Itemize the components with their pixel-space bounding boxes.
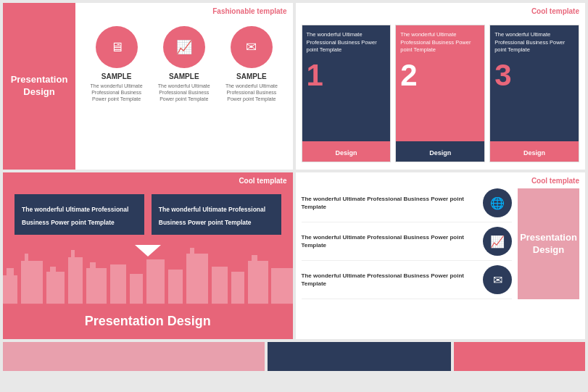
list-item-2: The wonderful Ultimate Professional Busi…	[302, 227, 513, 261]
svg-rect-8	[86, 268, 107, 304]
slide3-box1-text: The wonderful Ultimate Professional Busi…	[22, 206, 128, 226]
slide3-arrow	[3, 245, 293, 257]
item2-icon-circle: 📈	[483, 227, 512, 256]
circle-3: ✉	[231, 26, 273, 68]
chart-icon-2: 📈	[490, 235, 505, 249]
svg-rect-6	[68, 257, 83, 304]
slide2-cards: The wonderful Ultimate Professional Busi…	[302, 25, 580, 162]
card3-number: 3	[494, 60, 574, 91]
circle-label-1: SAMPLE	[102, 72, 132, 80]
svg-rect-10	[110, 264, 126, 304]
svg-rect-12	[146, 259, 165, 304]
card2-text: The wonderful Ultimate Professional Busi…	[400, 31, 480, 54]
slide3: Cool template	[3, 172, 293, 339]
card1-top: The wonderful Ultimate Professional Busi…	[302, 25, 391, 141]
monitor-icon: 🖥	[110, 40, 123, 55]
slide2-tag: Cool template	[531, 7, 579, 15]
mail-icon-2: ✉	[493, 273, 502, 287]
slide4-right-panel: Presentation Design	[518, 188, 579, 299]
svg-rect-20	[271, 268, 293, 304]
item3-text: The wonderful Ultimate Professional Busi…	[302, 272, 478, 288]
card2-bottom: Design	[396, 141, 484, 162]
slide4: Cool template The wonderful Ultimate Pro…	[296, 172, 586, 339]
item1-text: The wonderful Ultimate Professional Busi…	[302, 195, 478, 211]
svg-rect-9	[90, 262, 96, 268]
circle-1: 🖥	[96, 26, 138, 68]
circle-item-2: 📈 SAMPLE The wonderful Ultimate Professi…	[153, 26, 215, 102]
mail-icon: ✉	[246, 39, 257, 55]
slide1-tag: Fashionable template	[212, 7, 286, 15]
slide3-title: Presentation Design	[85, 314, 211, 328]
slide2-tag-bold: Cool	[531, 7, 547, 15]
slide3-box1: The wonderful Ultimate Professional Busi…	[15, 194, 144, 235]
chart-icon: 📈	[176, 39, 192, 55]
svg-rect-5	[50, 267, 56, 272]
card1-text: The wonderful Ultimate Professional Busi…	[307, 31, 386, 54]
card3-button: Design	[523, 149, 545, 157]
circle-label-2: SAMPLE	[169, 72, 199, 80]
globe-icon: 🌐	[490, 196, 505, 210]
card3-top: The wonderful Ultimate Professional Busi…	[490, 25, 579, 141]
card3-text: The wonderful Ultimate Professional Busi…	[494, 31, 574, 54]
card-3: The wonderful Ultimate Professional Busi…	[489, 25, 579, 162]
arrow-down-icon	[135, 245, 161, 257]
circle-2: 📈	[163, 26, 205, 68]
card2-number: 2	[400, 60, 480, 91]
bottom-seg-3	[454, 342, 585, 371]
slide1-right-panel: Fashionable template 🖥 SAMPLE The wonder…	[75, 3, 293, 170]
item2-text: The wonderful Ultimate Professional Busi…	[302, 233, 478, 249]
slide2: Cool template The wonderful Ultimate Pro…	[296, 3, 586, 170]
slide4-tag: Cool template	[531, 177, 579, 185]
slide4-list: The wonderful Ultimate Professional Busi…	[302, 188, 513, 299]
slide2-tag-normal: template	[547, 7, 579, 15]
bottom-bar	[3, 342, 585, 371]
circle-item-3: ✉ SAMPLE The wonderful Ultimate Professi…	[220, 26, 282, 102]
card1-button: Design	[335, 149, 357, 157]
slide1-left-panel: Presentation Design	[3, 3, 75, 170]
slide1-circles: 🖥 SAMPLE The wonderful Ultimate Professi…	[83, 26, 286, 102]
slide4-right-title: Presentation Design	[520, 232, 577, 257]
svg-rect-18	[248, 261, 268, 304]
svg-rect-2	[21, 261, 43, 304]
item1-icon-circle: 🌐	[483, 188, 512, 217]
card3-bottom: Design	[490, 141, 579, 162]
slide1-tag-normal: template	[255, 7, 287, 15]
card-2: The wonderful Ultimate Professional Busi…	[395, 25, 485, 162]
circle-item-1: 🖥 SAMPLE The wonderful Ultimate Professi…	[86, 26, 147, 102]
bottom-seg-2	[268, 342, 451, 371]
svg-rect-4	[46, 272, 65, 304]
slide1-tag-bold: Fashionable	[212, 7, 254, 15]
slide3-box2: The wonderful Ultimate Professional Busi…	[152, 194, 281, 235]
circle-desc-1: The wonderful Ultimate Professional Busi…	[86, 83, 147, 102]
slide3-boxes: The wonderful Ultimate Professional Busi…	[3, 172, 293, 242]
slide4-tag-normal: template	[547, 177, 579, 185]
card1-number: 1	[307, 60, 386, 91]
slide3-title-bar: Presentation Design	[3, 304, 293, 339]
circle-label-3: SAMPLE	[236, 72, 267, 80]
svg-rect-14	[186, 254, 208, 304]
svg-rect-16	[212, 267, 228, 304]
slide1-title: Presentation Design	[10, 74, 68, 99]
main-grid: Presentation Design Fashionable template…	[0, 0, 588, 392]
slide4-tag-bold: Cool	[531, 177, 547, 185]
slide4-content: The wonderful Ultimate Professional Busi…	[302, 188, 580, 299]
list-item-1: The wonderful Ultimate Professional Busi…	[302, 188, 513, 222]
slide3-box2-text: The wonderful Ultimate Professional Busi…	[159, 206, 265, 226]
svg-rect-17	[231, 272, 244, 304]
svg-rect-1	[7, 268, 14, 275]
circle-desc-2: The wonderful Ultimate Professional Busi…	[153, 83, 215, 102]
svg-rect-11	[130, 274, 143, 304]
card1-bottom: Design	[302, 141, 391, 162]
svg-rect-0	[3, 275, 17, 304]
item3-icon-circle: ✉	[483, 265, 512, 294]
card-1: The wonderful Ultimate Professional Busi…	[302, 25, 392, 162]
card2-top: The wonderful Ultimate Professional Busi…	[396, 25, 484, 141]
card2-button: Design	[429, 149, 451, 157]
bottom-seg-1	[3, 342, 265, 371]
circle-desc-3: The wonderful Ultimate Professional Busi…	[220, 83, 282, 102]
slide1: Presentation Design Fashionable template…	[3, 3, 293, 170]
svg-rect-13	[168, 270, 183, 304]
list-item-3: The wonderful Ultimate Professional Busi…	[302, 265, 513, 299]
